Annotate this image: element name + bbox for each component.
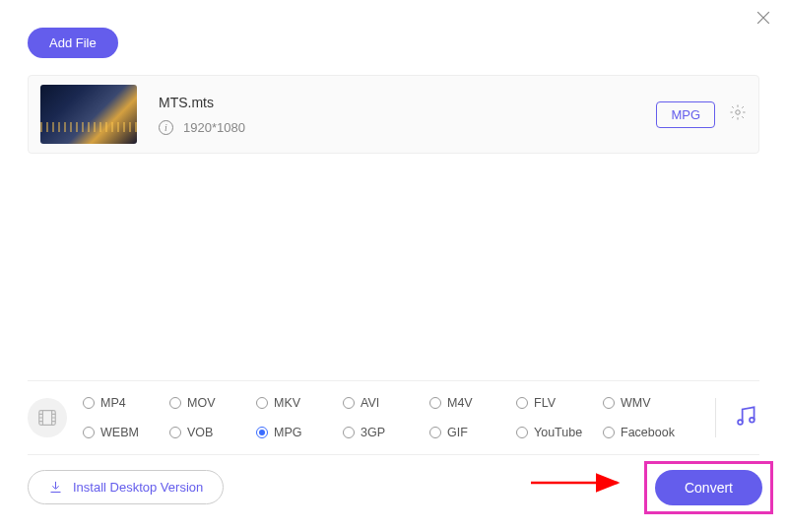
format-option-wmv[interactable]: WMV [603, 391, 686, 415]
format-option-m4v[interactable]: M4V [429, 391, 512, 415]
format-option-mp4[interactable]: MP4 [83, 391, 165, 415]
format-label: YouTube [534, 426, 582, 439]
format-option-3gp[interactable]: 3GP [343, 421, 426, 444]
format-label: WMV [621, 396, 651, 410]
close-icon[interactable] [754, 8, 773, 32]
file-resolution: 1920*1080 [183, 120, 245, 135]
file-thumbnail [40, 85, 137, 144]
annotation-arrow [531, 473, 629, 497]
format-option-webm[interactable]: WEBM [83, 421, 165, 444]
info-icon: i [159, 120, 173, 135]
install-desktop-button[interactable]: Install Desktop Version [28, 470, 224, 504]
convert-button[interactable]: Convert [655, 470, 762, 505]
radio-icon [343, 427, 355, 438]
format-label: FLV [534, 396, 556, 410]
format-option-avi[interactable]: AVI [343, 391, 426, 415]
format-option-youtube[interactable]: YouTube [516, 421, 599, 444]
format-label: 3GP [361, 426, 385, 439]
radio-icon [256, 427, 268, 438]
file-meta: MTS.mts i 1920*1080 [159, 95, 656, 135]
output-format-badge[interactable]: MPG [656, 101, 715, 128]
format-option-vob[interactable]: VOB [169, 421, 252, 444]
radio-icon [83, 397, 95, 409]
svg-point-0 [736, 110, 741, 115]
format-label: GIF [447, 426, 468, 439]
format-label: MP4 [100, 396, 126, 410]
format-label: AVI [361, 396, 379, 410]
format-option-mpg[interactable]: MPG [256, 421, 339, 444]
format-radio-grid: MP4MOVMKVAVIM4VFLVWMVWEBMVOBMPG3GPGIFYou… [83, 391, 697, 444]
format-label: WEBM [100, 426, 139, 439]
format-label: MKV [274, 396, 300, 410]
format-label: Facebook [621, 426, 675, 439]
format-section: MP4MOVMKVAVIM4VFLVWMVWEBMVOBMPG3GPGIFYou… [28, 380, 759, 455]
section-divider [715, 398, 716, 437]
audio-formats-icon[interactable] [734, 403, 759, 432]
svg-point-2 [738, 420, 743, 425]
radio-icon [516, 397, 528, 409]
svg-point-3 [750, 418, 754, 423]
radio-icon [429, 397, 441, 409]
video-formats-icon[interactable] [28, 398, 67, 437]
format-label: M4V [447, 396, 473, 410]
install-desktop-label: Install Desktop Version [73, 480, 203, 495]
radio-icon [169, 397, 181, 409]
radio-icon [169, 427, 181, 438]
annotation-highlight-box: Convert [644, 461, 773, 514]
format-option-mkv[interactable]: MKV [256, 391, 339, 415]
radio-icon [256, 397, 268, 409]
format-label: MOV [187, 396, 215, 410]
file-item: MTS.mts i 1920*1080 MPG [28, 75, 759, 154]
format-label: VOB [187, 426, 213, 439]
settings-icon[interactable] [729, 103, 747, 125]
file-name: MTS.mts [159, 95, 656, 110]
format-option-facebook[interactable]: Facebook [603, 421, 686, 444]
radio-icon [429, 427, 441, 438]
radio-icon [343, 397, 355, 409]
radio-icon [603, 427, 615, 438]
format-option-gif[interactable]: GIF [429, 421, 512, 444]
format-option-flv[interactable]: FLV [516, 391, 599, 415]
radio-icon [83, 427, 95, 438]
format-label: MPG [274, 426, 301, 439]
format-option-mov[interactable]: MOV [169, 391, 252, 415]
radio-icon [603, 397, 615, 409]
add-file-button[interactable]: Add File [28, 28, 118, 58]
radio-icon [516, 427, 528, 438]
